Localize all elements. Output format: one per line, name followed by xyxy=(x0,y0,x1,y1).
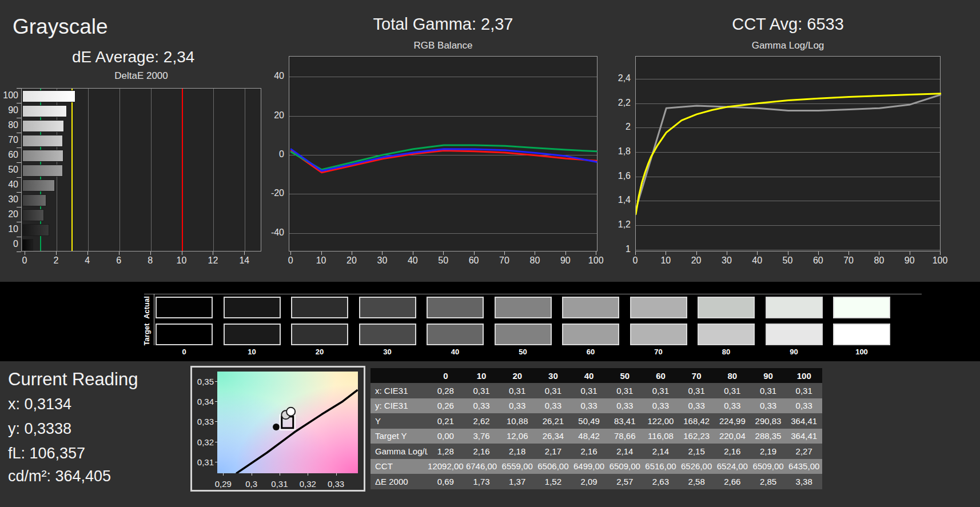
x-tick xyxy=(535,251,535,255)
swatch-target-100 xyxy=(833,324,890,345)
deltae-bar xyxy=(22,90,75,102)
cie-y-tick xyxy=(215,442,217,442)
x-tick xyxy=(848,251,849,255)
x-tick-label: 60 xyxy=(469,256,479,266)
table-cell: 10,88 xyxy=(499,413,535,429)
deltae-y-tick xyxy=(17,133,21,133)
grayscale-swatch-band: Actual Target 0102030405060708090100 xyxy=(0,282,980,361)
deltae-y-tick xyxy=(17,192,21,193)
table-cell: 12092,00 xyxy=(428,459,464,474)
x-tick-label: 100 xyxy=(588,256,604,266)
table-cell: 78,66 xyxy=(607,429,643,444)
x-tick xyxy=(474,251,475,255)
grayscale-title: Grayscale xyxy=(13,15,108,39)
table-cell: 0,33 xyxy=(715,398,751,414)
deltae-chart-title: DeltaE 2000 xyxy=(21,70,261,82)
table-cell: 1,37 xyxy=(499,474,535,489)
target-line xyxy=(636,94,941,214)
y-tick-label: 1,4 xyxy=(595,195,631,205)
cie-y-tick-label: 0,31 xyxy=(194,457,214,466)
swatch-target-30 xyxy=(359,324,416,345)
deltae-bar xyxy=(22,150,63,162)
table-header-cell: 90 xyxy=(750,368,786,383)
table-cell: 6509,00 xyxy=(607,459,643,474)
deltae-bar xyxy=(22,135,63,147)
x-tick xyxy=(940,251,941,255)
table-cell: 0,33 xyxy=(679,398,715,414)
deltae-x-tick-label: 10 xyxy=(177,256,187,266)
x-tick xyxy=(696,251,697,255)
table-cell: 6506,00 xyxy=(535,459,571,474)
x-tick-label: 40 xyxy=(752,256,762,266)
x-tick xyxy=(321,251,322,255)
cie-x-tick xyxy=(223,473,224,476)
x-tick-label: 30 xyxy=(722,256,732,266)
y-tick-label: 40 xyxy=(249,71,284,81)
current-reading-y: y: 0,3338 xyxy=(8,420,71,438)
deltae-x-tick xyxy=(87,251,88,255)
x-tick xyxy=(757,251,758,255)
gamma-loglog-chart-title: Gamma Log/Log xyxy=(635,40,941,51)
table-cell: 12,06 xyxy=(499,429,535,444)
table-cell: 0,31 xyxy=(679,383,715,398)
deltae-row-label: 60 xyxy=(0,150,18,160)
table-row: Y0,212,6210,8826,2150,4983,41122,00168,4… xyxy=(371,413,822,429)
table-cell: 0,69 xyxy=(428,474,464,489)
deltae-y-tick xyxy=(17,88,21,89)
deltae-x-tick-label: 8 xyxy=(148,256,153,266)
swatch-target-0 xyxy=(156,324,213,345)
swatch-actual-50 xyxy=(495,297,552,318)
swatch-target-80 xyxy=(698,324,755,345)
deltae-y-tick xyxy=(17,207,21,207)
deltae-bar xyxy=(22,194,46,206)
x-tick xyxy=(635,251,636,255)
table-cell: 1,73 xyxy=(464,474,500,489)
x-tick-label: 40 xyxy=(408,256,418,266)
cie-x-tick xyxy=(280,473,280,476)
table-cell: 0,33 xyxy=(499,398,535,414)
x-tick xyxy=(727,251,727,255)
measurement-table: 0102030405060708090100x: CIE310,280,310,… xyxy=(371,368,822,489)
table-cell: 0,33 xyxy=(535,398,571,414)
x-tick-label: 20 xyxy=(346,256,357,266)
deltae-bar-chart xyxy=(21,88,261,251)
y-tick-label: 2 xyxy=(595,122,631,132)
deltae-y-tick xyxy=(17,251,21,252)
deltae-x-tick xyxy=(150,251,151,255)
x-tick xyxy=(504,251,505,255)
swatch-axis-left-line xyxy=(154,294,154,345)
table-cell: 364,41 xyxy=(786,429,822,444)
rgb-balance-chart-title: RGB Balance xyxy=(289,40,597,51)
swatch-actual-100 xyxy=(833,297,890,318)
table-cell: 2,66 xyxy=(715,474,751,489)
table-cell: 0,31 xyxy=(607,383,643,398)
deltae-y-tick xyxy=(17,177,21,178)
table-cell: 0,31 xyxy=(464,383,500,398)
table-cell: 2,14 xyxy=(607,444,643,459)
table-cell: 6435,00 xyxy=(786,459,822,474)
swatch-row-label-actual: Actual xyxy=(142,296,151,319)
cie-x-tick xyxy=(308,473,308,476)
x-tick-label: 20 xyxy=(691,256,702,266)
cie-x-tick xyxy=(336,473,337,476)
table-cell: 3,38 xyxy=(786,474,822,489)
cie-y-tick-label: 0,33 xyxy=(194,417,214,426)
deltae-row-label: 40 xyxy=(0,179,18,190)
cct-avg-value: CCT Avg: 6533 xyxy=(635,15,941,34)
x-tick xyxy=(666,251,666,255)
line-series xyxy=(289,57,598,252)
deltae-reference-line-bad xyxy=(182,89,183,251)
table-cell: 168,42 xyxy=(679,413,715,429)
table-cell: 0,28 xyxy=(428,383,464,398)
table-cell: 0,33 xyxy=(750,398,786,414)
deltae-gridline xyxy=(245,89,245,251)
table-cell: 2,14 xyxy=(643,444,679,459)
table-header-cell: 30 xyxy=(535,368,571,383)
deltae-reference-line-warning xyxy=(71,89,73,251)
table-cell: 26,34 xyxy=(535,429,571,444)
swatch-target-20 xyxy=(291,324,348,345)
current-reading-fl: fL: 106,357 xyxy=(8,445,85,462)
table-header-cell: 10 xyxy=(464,368,500,383)
table-cell: 6516,00 xyxy=(643,459,679,474)
cie-y-tick-label: 0,35 xyxy=(194,376,214,386)
